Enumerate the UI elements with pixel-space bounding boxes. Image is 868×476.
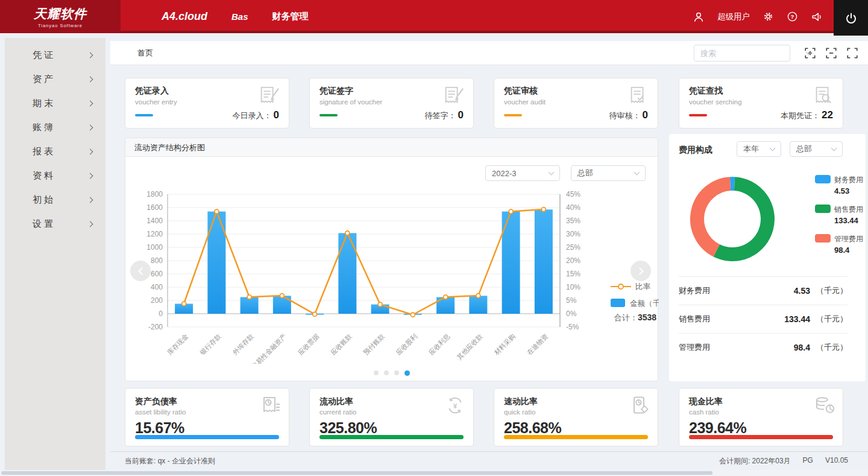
stat-value: 0 [274, 109, 279, 121]
sidebar-item-period-end[interactable]: 期 末 [5, 91, 105, 115]
svg-text:1800: 1800 [146, 190, 163, 198]
chevron-right-icon [87, 76, 93, 82]
pagination-dot[interactable] [384, 370, 389, 375]
accent-dash [135, 114, 153, 116]
tablet-pie-icon [629, 396, 650, 417]
expense-row: 财务费用 4.53 （千元） [679, 276, 848, 305]
chart-prev-button[interactable] [130, 261, 151, 281]
sidebar-item-data[interactable]: 资 料 [5, 163, 105, 188]
horizontal-scrollbar-track [0, 470, 868, 476]
current-account-set: 当前账套: qx - 企业会计准则 [125, 456, 215, 466]
svg-text:200: 200 [151, 296, 163, 305]
flow-assets-panel: 流动资产结构分析图 2022-3 总部 -200-5%00%2005%40010… [125, 138, 658, 381]
search-select[interactable] [694, 45, 790, 62]
settings-gear-icon[interactable] [763, 11, 774, 22]
chevron-right-icon [87, 173, 93, 179]
svg-text:比率: 比率 [635, 282, 651, 291]
svg-text:其他应收款: 其他应收款 [455, 332, 483, 361]
svg-text:应收利息: 应收利息 [427, 332, 451, 357]
stat-value: 0 [458, 109, 464, 121]
donut-legend: 财务费用 4.53 销售费用 133.44 管理费用 98.4 [815, 175, 863, 264]
svg-text:10%: 10% [566, 283, 580, 291]
horizontal-scrollbar-thumb[interactable] [1, 471, 712, 475]
svg-text:0: 0 [159, 309, 163, 318]
expense-row: 销售费用 133.44 （千元） [679, 305, 848, 333]
ratio-value: 325.80% [319, 419, 464, 437]
card-voucher-signature[interactable]: 凭证签字 signature of voucher 待签字：0 [309, 78, 474, 129]
pagination-dot[interactable] [394, 370, 399, 375]
nav-item-bas[interactable]: Bas [231, 11, 248, 22]
legend-item: 管理费用 98.4 [815, 234, 863, 255]
chevron-down-icon [549, 169, 555, 175]
sidebar-menu: 凭 证 资 产 期 末 账 簿 报 表 资 料 初 始 设 置 [5, 38, 105, 476]
svg-text:¥: ¥ [453, 402, 458, 410]
sidebar-item-voucher[interactable]: 凭 证 [5, 43, 105, 67]
svg-text:外埠存款: 外埠存款 [231, 332, 255, 357]
svg-text:400: 400 [151, 283, 163, 291]
legend-swatch [815, 175, 831, 183]
svg-text:1400: 1400 [146, 217, 163, 225]
svg-text:1600: 1600 [146, 203, 163, 212]
header-nav: A4.cloud Bas 财务管理 [162, 0, 309, 33]
chevron-down-icon [831, 145, 837, 151]
expense-org-select[interactable]: 总部 [790, 141, 843, 157]
svg-text:800: 800 [151, 256, 163, 265]
sidebar-item-reports[interactable]: 报 表 [5, 139, 105, 163]
refresh-yen-icon: ¥ [444, 396, 466, 417]
svg-text:5%: 5% [566, 296, 577, 305]
tab-home[interactable]: 首页 [137, 41, 153, 65]
svg-text:金额（千元）: 金额（千元） [630, 299, 659, 308]
expense-year-select[interactable]: 本年 [737, 141, 781, 157]
stat-value: 22 [822, 109, 833, 121]
org-select[interactable]: 总部 [571, 165, 646, 181]
svg-text:600: 600 [151, 270, 163, 278]
svg-text:-5%: -5% [566, 323, 579, 331]
ratio-bar [689, 435, 833, 439]
period-select[interactable]: 2022-3 [485, 165, 560, 181]
zoom-out-frame-icon[interactable] [825, 47, 837, 59]
pagination-dot[interactable] [404, 370, 410, 376]
user-icon[interactable] [693, 11, 705, 23]
document-search-icon [810, 86, 835, 110]
svg-text:45%: 45% [566, 190, 580, 198]
card-voucher-search[interactable]: 凭证查找 voucher serching 本期凭证：22 [679, 78, 843, 129]
current-username[interactable]: 超级用户 [717, 11, 750, 22]
document-pen-icon [441, 86, 466, 110]
svg-text:库存现金: 库存现金 [166, 332, 190, 357]
sidebar-item-initial[interactable]: 初 始 [5, 188, 105, 212]
stat-value: 0 [643, 109, 648, 121]
card-voucher-audit[interactable]: 凭证审核 voucher audit 待审核：0 [494, 78, 658, 129]
chevron-right-icon [87, 52, 93, 58]
power-icon [844, 11, 858, 25]
app-logo: 天耀软件 Tianyao Software [0, 0, 121, 33]
fullscreen-icon[interactable] [846, 47, 858, 59]
sidebar-item-assets[interactable]: 资 产 [5, 67, 105, 91]
ratio-bar [504, 435, 648, 439]
sidebar-item-ledgers[interactable]: 账 簿 [5, 115, 105, 139]
ratio-bar [319, 435, 464, 439]
svg-text:25%: 25% [566, 243, 580, 252]
search-input[interactable] [700, 49, 807, 58]
svg-text:应收票据: 应收票据 [297, 332, 321, 357]
help-icon[interactable]: ? [787, 11, 798, 22]
chevron-down-icon [634, 169, 640, 175]
svg-text:-200: -200 [148, 323, 163, 331]
nav-item-a4cloud[interactable]: A4.cloud [162, 10, 207, 23]
expense-composition-panel: 费用构成 本年 总部 财务费用 4.53 销售费用 133.44 管理费用 98… [669, 134, 866, 381]
svg-text:40%: 40% [566, 203, 580, 212]
chart-next-button[interactable] [631, 261, 651, 281]
svg-text:银行存款: 银行存款 [198, 332, 222, 357]
logout-power-button[interactable] [834, 0, 868, 36]
card-voucher-entry[interactable]: 凭证录入 voucher entry 今日录入：0 [125, 78, 289, 129]
nav-item-finance[interactable]: 财务管理 [272, 11, 309, 22]
svg-text:预付账款: 预付账款 [362, 332, 386, 357]
announcement-sound-icon[interactable] [811, 11, 823, 23]
pagination-dot[interactable] [374, 370, 379, 375]
coins-pie-icon [814, 396, 835, 417]
legend-item: 财务费用 4.53 [815, 175, 863, 195]
tab-bar: 首页 [110, 41, 868, 65]
sidebar-item-settings[interactable]: 设 置 [5, 212, 105, 236]
expense-donut-chart [687, 174, 778, 264]
footer-version: V10.05 [825, 456, 848, 466]
flow-assets-bar-line-chart: -200-5%00%2005%40010%60015%80020%100025%… [125, 183, 659, 364]
